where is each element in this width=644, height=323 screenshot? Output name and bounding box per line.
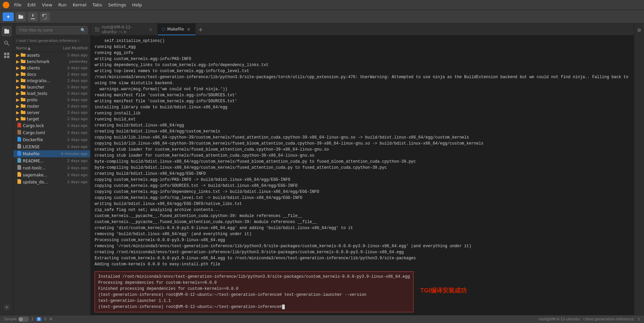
svg-point-7: [6, 307, 7, 308]
file-icon: [17, 137, 21, 143]
file-icon: [21, 72, 25, 77]
breadcrumb: / root / text-generation-inference /: [13, 37, 90, 45]
column-name[interactable]: Name ▲: [16, 46, 57, 50]
svg-rect-5: [4, 56, 6, 58]
refresh-icon: [42, 14, 48, 19]
list-item[interactable]: ▶ server 2 days ago: [13, 109, 90, 116]
list-item[interactable]: ▶ target 2 days ago: [13, 116, 90, 122]
menu-settings[interactable]: Settings: [105, 2, 128, 8]
file-date: 2 days ago: [59, 130, 88, 135]
search-input[interactable]: [16, 26, 88, 34]
file-name: target: [27, 117, 59, 121]
file-type-icon: ▶: [16, 59, 19, 64]
list-item[interactable]: Dockerfile 2 days ago: [13, 136, 90, 143]
sidebar-icon-settings[interactable]: [2, 302, 12, 312]
file-date: 2 days ago: [59, 159, 88, 163]
file-icon: [21, 65, 25, 70]
right-sidebar-settings-icon[interactable]: ⚙: [635, 26, 643, 34]
tab-bar: ⬛ root@VM-0-12-ubuntu: ~,× × ⬡ Makefile …: [91, 23, 634, 36]
file-date: 2 days ago: [59, 66, 88, 70]
list-item[interactable]: LICENSE 2 days ago: [13, 143, 90, 150]
terminal-content[interactable]: !! *************************************…: [91, 36, 634, 315]
app-icon: [3, 2, 9, 8]
list-item[interactable]: ▶ benchmark yesterday: [13, 58, 90, 65]
toolbar: +: [0, 10, 644, 23]
file-list-header: Name ▲ Last Modified: [13, 45, 90, 52]
file-date: 2 days ago: [59, 85, 88, 89]
file-type-icon: ▶: [16, 110, 19, 115]
terminal-main-text: !! *************************************…: [95, 36, 630, 267]
toggle-track[interactable]: [18, 317, 29, 322]
list-item[interactable]: ▶ assets 2 days ago: [13, 52, 90, 58]
upload-button[interactable]: [28, 12, 38, 21]
menu-view[interactable]: View: [39, 2, 55, 8]
menu-run[interactable]: Run: [56, 2, 69, 8]
menu-file[interactable]: File: [11, 2, 24, 8]
status-settings-icon[interactable]: ⚙: [49, 317, 52, 321]
toggle-thumb: [19, 317, 23, 321]
status-left: Simple 2 B 0 ⚙: [4, 317, 52, 322]
file-icon: [17, 151, 21, 157]
list-item[interactable]: rust-toolc... 2 days ago: [13, 164, 90, 171]
menu-help[interactable]: Help: [129, 2, 145, 8]
sidebar-icon-files[interactable]: [2, 26, 12, 36]
sidebar-icon-extensions[interactable]: [2, 50, 12, 60]
list-item[interactable]: ▶ docs 2 days ago: [13, 71, 90, 77]
list-item[interactable]: Cargo.lock 2 days ago: [13, 122, 90, 129]
file-date: 2 days ago: [59, 117, 88, 121]
file-icon: [21, 78, 25, 83]
file-date: 2 days ago: [59, 104, 88, 108]
tab-makefile[interactable]: ⬡ Makefile ×: [158, 23, 196, 35]
file-name: server: [27, 110, 59, 115]
tab-terminal[interactable]: ⬛ root@VM-0-12-ubuntu: ~,× ×: [91, 23, 158, 35]
file-date: 2 days ago: [59, 53, 88, 57]
file-icon: [17, 165, 21, 171]
list-item[interactable]: ▶ clients 2 days ago: [13, 65, 90, 71]
editor-area: !! *************************************…: [91, 36, 634, 315]
sort-icon: ▲: [28, 46, 30, 50]
list-item[interactable]: README... 2 days ago: [13, 157, 90, 164]
file-date: 2 days ago: [59, 173, 88, 177]
refresh-button[interactable]: [40, 12, 50, 21]
status-bar: Simple 2 B 0 ⚙ root@VM-0-12-ubuntu: ~/te…: [0, 315, 644, 323]
menu-tabs[interactable]: Tabs: [90, 2, 105, 8]
list-item[interactable]: ▶ integratio... 2 days ago: [13, 77, 90, 84]
list-item[interactable]: Makefile 6 minutes ago: [13, 150, 90, 157]
column-modified: Last Modified: [57, 46, 88, 50]
menu-kernel[interactable]: Kernel: [70, 2, 89, 8]
menu-edit[interactable]: Edit: [25, 2, 39, 8]
new-button[interactable]: +: [3, 12, 14, 21]
list-item[interactable]: sagemake... 2 days ago: [13, 171, 90, 178]
file-date: 2 days ago: [59, 145, 88, 149]
file-date: 2 days ago: [59, 72, 88, 76]
list-item[interactable]: ▶ load_tests 2 days ago: [13, 90, 90, 97]
add-tab-button[interactable]: +: [196, 23, 206, 35]
file-type-icon: ▶: [16, 116, 19, 121]
file-type-icon: ▶: [16, 104, 19, 109]
tab-terminal-close[interactable]: ×: [148, 27, 153, 32]
open-folder-button[interactable]: [16, 12, 26, 21]
list-item[interactable]: update_do... 2 days ago: [13, 178, 90, 185]
simple-toggle[interactable]: Simple: [4, 317, 29, 322]
tab-makefile-close[interactable]: ×: [186, 26, 191, 32]
file-icon: [21, 85, 25, 90]
list-item[interactable]: Cargo.toml 2 days ago: [13, 129, 90, 136]
file-type-icon: ▶: [16, 85, 19, 90]
terminal-cursor: [282, 305, 285, 309]
list-item[interactable]: ▶ launcher 2 days ago: [13, 84, 90, 90]
file-name: Makefile: [23, 152, 59, 156]
file-date: 2 days ago: [59, 180, 88, 184]
file-icon: [17, 158, 21, 164]
svg-rect-4: [7, 53, 9, 55]
list-item[interactable]: ▶ router 2 days ago: [13, 103, 90, 109]
sidebar-icon-search[interactable]: [2, 38, 12, 48]
status-number: 1: [638, 317, 640, 321]
file-name: Cargo.lock: [23, 123, 59, 128]
file-list: ▶ assets 2 days ago ▶ benchmark yesterda…: [13, 52, 90, 315]
file-type-icon: ▶: [16, 91, 19, 96]
list-item[interactable]: ▶ proto 2 days ago: [13, 97, 90, 103]
file-icon: [17, 179, 21, 185]
file-date: yesterday: [59, 59, 88, 64]
status-number1: 2: [32, 317, 34, 321]
terminal-highlight-text: Installed /root/miniconda3/envs/text-gen…: [98, 274, 410, 309]
